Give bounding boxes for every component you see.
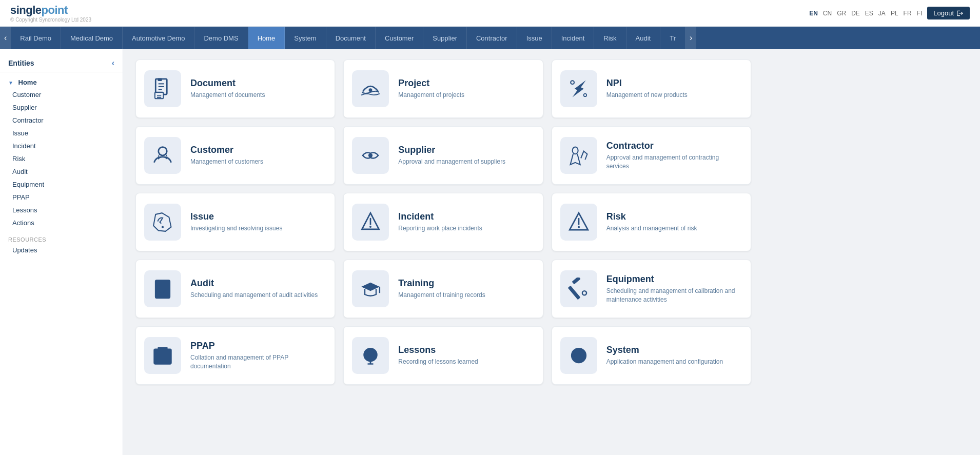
- lang-fr[interactable]: FR: [904, 10, 912, 17]
- card-system[interactable]: System Application management and config…: [552, 326, 751, 385]
- sidebar-collapse-button[interactable]: ‹: [112, 58, 114, 68]
- card-text-document: Document Management of documents: [190, 78, 265, 100]
- card-text-contractor: Contractor Approval and management of co…: [606, 141, 740, 171]
- card-desc-contractor: Approval and management of contracting s…: [606, 153, 740, 171]
- nav-right-arrow[interactable]: ›: [685, 27, 696, 49]
- svg-point-17: [369, 226, 371, 228]
- card-icon-issue: [144, 204, 181, 241]
- card-desc-system: Application management and configuration: [606, 358, 723, 366]
- card-contractor[interactable]: Contractor Approval and management of co…: [552, 126, 751, 185]
- lang-de[interactable]: DE: [851, 10, 860, 17]
- card-incident[interactable]: Incident Reporting work place incidents: [343, 193, 543, 251]
- sidebar-item-risk[interactable]: Risk: [0, 152, 123, 165]
- sidebar-item-ppap[interactable]: PPAP: [0, 191, 123, 204]
- card-title-customer: Customer: [190, 145, 263, 155]
- card-equipment[interactable]: Equipment Scheduling and management of c…: [552, 260, 751, 318]
- lang-fi[interactable]: FI: [917, 10, 923, 17]
- card-title-npi: NPI: [606, 78, 688, 89]
- card-text-supplier: Supplier Approval and management of supp…: [398, 145, 505, 166]
- sidebar-item-actions[interactable]: Actions: [0, 216, 123, 229]
- nav-automotive-demo[interactable]: Automotive Demo: [123, 27, 194, 49]
- card-title-document: Document: [190, 78, 265, 89]
- lang-cn[interactable]: CN: [823, 10, 832, 17]
- card-project[interactable]: Project Management of projects: [343, 60, 543, 118]
- sidebar-item-supplier[interactable]: Supplier: [0, 101, 123, 114]
- card-title-project: Project: [398, 78, 464, 89]
- layout: Entities ‹ ▼ Home CustomerSupplierContra…: [0, 49, 980, 455]
- card-icon-lessons: [352, 337, 389, 374]
- nav-demo-dms[interactable]: Demo DMS: [194, 27, 248, 49]
- nav-issue[interactable]: Issue: [517, 27, 552, 49]
- nav-system[interactable]: System: [285, 27, 326, 49]
- sidebar-resources-label: Resources: [0, 233, 123, 244]
- card-text-risk: Risk Analysis and management of risk: [606, 211, 697, 233]
- sidebar-home-item[interactable]: ▼ Home: [0, 76, 123, 88]
- sidebar: Entities ‹ ▼ Home CustomerSupplierContra…: [0, 49, 123, 455]
- nav-audit[interactable]: Audit: [626, 27, 661, 49]
- sidebar-title: Entities: [8, 59, 34, 67]
- card-icon-document: [144, 70, 181, 107]
- card-npi[interactable]: NPI Management of new products: [552, 60, 751, 118]
- nav-home[interactable]: Home: [248, 27, 285, 49]
- nav-incident[interactable]: Incident: [552, 27, 595, 49]
- lang-pl[interactable]: PL: [891, 10, 898, 17]
- card-icon-training: [352, 270, 389, 307]
- card-icon-project: [352, 70, 389, 107]
- nav-supplier[interactable]: Supplier: [423, 27, 467, 49]
- card-text-project: Project Management of projects: [398, 78, 464, 100]
- card-supplier[interactable]: Supplier Approval and management of supp…: [343, 126, 543, 185]
- card-lessons[interactable]: Lessons Recording of lessons learned: [343, 326, 543, 385]
- card-title-supplier: Supplier: [398, 145, 505, 155]
- sidebar-item-incident[interactable]: Incident: [0, 140, 123, 152]
- lang-gr[interactable]: GR: [837, 10, 846, 17]
- nav-rail-demo[interactable]: Rail Demo: [11, 27, 61, 49]
- nav-medical-demo[interactable]: Medical Demo: [61, 27, 123, 49]
- card-risk[interactable]: Risk Analysis and management of risk: [552, 193, 751, 251]
- sidebar-item-updates[interactable]: Updates: [0, 244, 123, 256]
- card-desc-incident: Reporting work place incidents: [398, 224, 482, 233]
- sidebar-item-equipment[interactable]: Equipment: [0, 178, 123, 191]
- card-customer[interactable]: Customer Management of customers: [135, 126, 335, 185]
- card-document[interactable]: Document Management of documents: [135, 60, 335, 118]
- nav-customer[interactable]: Customer: [376, 27, 423, 49]
- svg-rect-26: [572, 278, 580, 284]
- card-icon-customer: [144, 137, 181, 174]
- card-title-contractor: Contractor: [606, 141, 740, 151]
- sidebar-item-audit[interactable]: Audit: [0, 165, 123, 178]
- card-desc-issue: Investigating and resolving issues: [190, 224, 282, 233]
- nav-document[interactable]: Document: [326, 27, 376, 49]
- card-title-equipment: Equipment: [606, 274, 740, 285]
- nav-risk[interactable]: Risk: [594, 27, 626, 49]
- card-title-issue: Issue: [190, 211, 282, 222]
- card-icon-contractor: [560, 137, 597, 174]
- svg-point-20: [578, 226, 580, 228]
- sidebar-item-contractor[interactable]: Contractor: [0, 114, 123, 127]
- card-issue[interactable]: Issue Investigating and resolving issues: [135, 193, 335, 251]
- nav-tr[interactable]: Tr: [660, 27, 685, 49]
- card-desc-audit: Scheduling and management of audit activ…: [190, 291, 318, 300]
- card-text-customer: Customer Management of customers: [190, 145, 263, 166]
- card-ppap[interactable]: PPAP Collation and management of PPAP do…: [135, 326, 335, 385]
- logo-area: singlepoint © Copyright Syncronology Ltd…: [10, 4, 91, 23]
- logout-button[interactable]: Logout: [927, 7, 970, 19]
- sidebar-item-issue[interactable]: Issue: [0, 127, 123, 140]
- sidebar-home-section: ▼ Home CustomerSupplierContractorIssueIn…: [0, 76, 123, 229]
- sidebar-item-lessons[interactable]: Lessons: [0, 204, 123, 216]
- sidebar-header: Entities ‹: [0, 54, 123, 72]
- nav-left-arrow[interactable]: ‹: [0, 27, 11, 49]
- card-icon-system: [560, 337, 597, 374]
- card-text-incident: Incident Reporting work place incidents: [398, 211, 482, 233]
- language-area: EN CN GR DE ES JA PL FR FI Logout: [809, 7, 970, 19]
- lang-ja[interactable]: JA: [878, 10, 886, 17]
- lang-es[interactable]: ES: [865, 10, 873, 17]
- card-text-lessons: Lessons Recording of lessons learned: [398, 345, 478, 366]
- card-desc-project: Management of projects: [398, 91, 464, 100]
- sidebar-item-customer[interactable]: Customer: [0, 88, 123, 101]
- nav-contractor[interactable]: Contractor: [467, 27, 517, 49]
- card-training[interactable]: Training Management of training records: [343, 260, 543, 318]
- copyright: © Copyright Syncronology Ltd 2023: [10, 17, 91, 23]
- card-title-lessons: Lessons: [398, 345, 478, 355]
- card-desc-supplier: Approval and management of suppliers: [398, 157, 505, 166]
- card-audit[interactable]: Audit Scheduling and management of audit…: [135, 260, 335, 318]
- lang-en[interactable]: EN: [809, 10, 818, 17]
